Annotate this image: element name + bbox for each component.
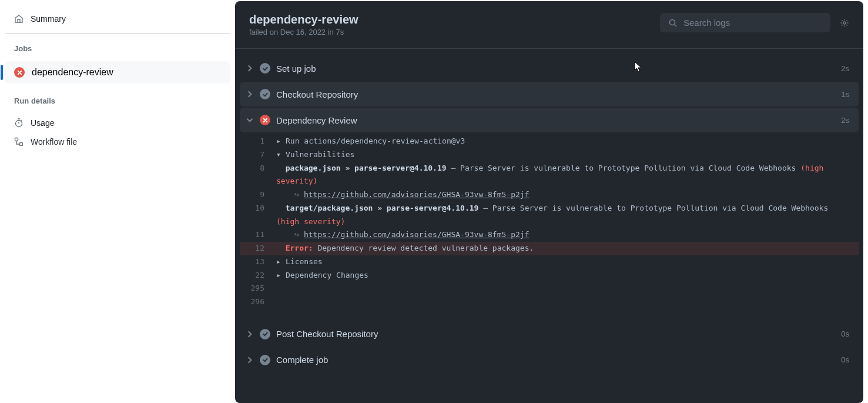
fail-icon — [14, 67, 25, 78]
line-number: 295 — [240, 282, 276, 295]
main-panel: dependency-review failed on Dec 16, 2022… — [235, 1, 863, 403]
sidebar-summary-link[interactable]: Summary — [5, 9, 230, 28]
log-line: 10 target/package.json » parse-server@4.… — [240, 202, 859, 229]
step-label: Set up job — [276, 64, 835, 74]
log-text: Vulnerabilities — [286, 150, 354, 159]
log-text: Dependency review detected vulnerable pa… — [313, 244, 534, 252]
arrow-icon: ↪ — [294, 190, 304, 199]
log-line: 9 ↪ https://github.com/advisories/GHSA-9… — [240, 188, 859, 202]
log-line: 296 — [240, 295, 859, 309]
success-icon — [260, 329, 270, 339]
advisory-link[interactable]: https://github.com/advisories/GHSA-93vw-… — [304, 230, 529, 239]
log-text: – Parse Server is vulnerable to Prototyp… — [447, 164, 801, 172]
line-number: 7 — [240, 148, 276, 162]
sidebar-job-item[interactable]: dependency-review — [5, 61, 230, 84]
sidebar-summary-label: Summary — [31, 14, 66, 24]
line-number: 10 — [240, 202, 276, 229]
log-line-error: 12 Error: Dependency review detected vul… — [240, 242, 859, 255]
step-time: 0s — [841, 355, 849, 364]
sidebar-usage-label: Usage — [31, 118, 54, 128]
log-line[interactable]: 7 ▾Vulnerabilities — [240, 148, 859, 162]
fail-icon — [260, 115, 270, 125]
success-icon — [260, 355, 270, 365]
line-number: 1 — [240, 135, 276, 148]
collapse-caret-icon[interactable]: ▾ — [276, 148, 283, 162]
sidebar-workflow-file-link[interactable]: Workflow file — [5, 132, 230, 151]
chevron-right-icon — [246, 356, 254, 364]
line-number: 11 — [240, 228, 276, 242]
log-output: 1 ▸Run actions/dependency-review-action@… — [240, 134, 859, 310]
step-label: Dependency Review — [276, 115, 835, 125]
log-line[interactable]: 13 ▸Licenses — [240, 255, 859, 269]
page-title: dependency-review — [249, 13, 358, 26]
line-number: 296 — [240, 295, 276, 309]
divider — [5, 33, 230, 34]
step-checkout-repository[interactable]: Checkout Repository 1s — [240, 82, 859, 106]
success-icon — [260, 89, 270, 99]
expand-caret-icon[interactable]: ▸ — [276, 255, 283, 269]
log-severity: (high severity) — [276, 217, 345, 226]
svg-point-4 — [843, 22, 846, 24]
stopwatch-icon — [14, 118, 24, 128]
log-text: Dependency Changes — [286, 271, 368, 279]
step-label: Checkout Repository — [276, 89, 835, 99]
log-line[interactable]: 22 ▸Dependency Changes — [240, 269, 859, 282]
line-number: 12 — [240, 242, 276, 255]
step-time: 2s — [841, 116, 849, 125]
expand-caret-icon[interactable]: ▸ — [276, 269, 283, 282]
chevron-right-icon — [246, 64, 254, 72]
log-text: package.json » parse-server@4.10.19 — [286, 164, 447, 172]
steps-list: Set up job 2s Checkout Repository 1s Dep… — [235, 49, 863, 385]
step-setup-job[interactable]: Set up job 2s — [240, 56, 859, 81]
line-number: 8 — [240, 162, 276, 189]
log-line: 11 ↪ https://github.com/advisories/GHSA-… — [240, 228, 859, 242]
success-icon — [260, 63, 270, 74]
step-label: Post Checkout Repository — [276, 329, 835, 339]
arrow-icon: ↪ — [294, 230, 304, 239]
log-text: Licenses — [286, 257, 323, 266]
advisory-link[interactable]: https://github.com/advisories/GHSA-93vw-… — [304, 190, 529, 199]
log-text: target/package.json » parse-server@4.10.… — [286, 204, 479, 212]
step-time: 2s — [841, 64, 849, 73]
step-dependency-review[interactable]: Dependency Review 2s — [240, 108, 859, 132]
expand-caret-icon[interactable]: ▸ — [276, 135, 283, 148]
workflow-icon — [14, 137, 24, 146]
search-input[interactable] — [683, 18, 822, 28]
search-box[interactable] — [660, 13, 830, 32]
log-line[interactable]: 1 ▸Run actions/dependency-review-action@… — [240, 135, 859, 148]
sidebar-job-name: dependency-review — [32, 67, 113, 78]
step-time: 0s — [841, 329, 849, 338]
sidebar-jobs-label: Jobs — [5, 42, 230, 61]
svg-rect-2 — [20, 143, 23, 146]
svg-point-3 — [670, 19, 675, 25]
step-post-checkout-repository[interactable]: Post Checkout Repository 0s — [240, 322, 859, 347]
log-text: Run actions/dependency-review-action@v3 — [286, 136, 465, 145]
step-time: 1s — [841, 90, 849, 99]
line-number: 22 — [240, 269, 276, 282]
step-complete-job[interactable]: Complete job 0s — [240, 348, 859, 372]
svg-rect-1 — [15, 138, 18, 141]
sidebar: Summary Jobs dependency-review Run detai… — [0, 0, 235, 403]
step-label: Complete job — [276, 355, 835, 365]
log-line: 8 package.json » parse-server@4.10.19 – … — [240, 162, 859, 189]
search-icon — [668, 18, 678, 28]
settings-button[interactable] — [840, 18, 849, 28]
chevron-down-icon — [246, 116, 254, 124]
page-subtitle: failed on Dec 16, 2022 in 7s — [249, 28, 358, 36]
line-number: 9 — [240, 188, 276, 202]
chevron-right-icon — [246, 330, 254, 338]
log-error-label: Error: — [286, 244, 313, 252]
log-line: 295 — [240, 282, 859, 295]
log-text: – Parse Server is vulnerable to Prototyp… — [478, 204, 833, 212]
sidebar-run-details-label: Run details — [5, 94, 230, 114]
sidebar-workflow-file-label: Workflow file — [31, 137, 77, 146]
sidebar-usage-link[interactable]: Usage — [5, 114, 230, 132]
chevron-right-icon — [246, 90, 254, 98]
home-icon — [14, 14, 24, 24]
line-number: 13 — [240, 255, 276, 269]
gear-icon — [840, 18, 849, 28]
main-header: dependency-review failed on Dec 16, 2022… — [235, 1, 863, 49]
